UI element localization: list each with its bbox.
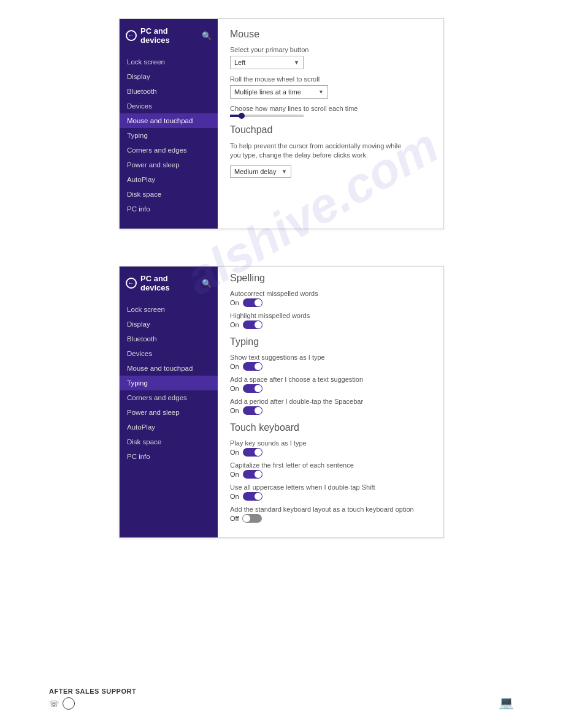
slider-track (230, 115, 304, 117)
suggestions-toggle-row: Show text suggestions as I type On (230, 354, 431, 371)
space-label: Add a space after I choose a text sugges… (230, 376, 431, 383)
autocorrect-switch[interactable] (243, 298, 262, 307)
screenshot-panel-2: ← PC and devices 🔍 Lock screen Display B… (119, 266, 444, 538)
primary-button-arrow: ▼ (294, 59, 299, 66)
sidebar-header-2: ← PC and devices 🔍 (120, 267, 218, 298)
touchpad-delay-value: Medium delay (234, 168, 276, 175)
page-container: alshive.com ← PC and devices 🔍 Lock scre… (0, 0, 563, 728)
back-button-2[interactable]: ← (126, 278, 137, 289)
sidebar-item-autoplay-2[interactable]: AutoPlay (120, 420, 218, 434)
play-sounds-switch[interactable] (243, 448, 262, 457)
standard-layout-knob (243, 515, 250, 522)
sidebar-item-lock-screen-2[interactable]: Lock screen (120, 302, 218, 317)
highlight-switch[interactable] (243, 320, 262, 329)
sidebar-item-pcinfo-2[interactable]: PC info (120, 449, 218, 464)
primary-button-select[interactable]: Left ▼ (230, 56, 304, 69)
sidebar-item-display-1[interactable]: Display (120, 69, 218, 84)
footer-title: AFTER SALES SUPPORT (49, 688, 136, 695)
search-icon-1[interactable]: 🔍 (202, 31, 212, 40)
scroll-select[interactable]: Multiple lines at a time ▼ (230, 85, 328, 99)
capitalize-state: On (230, 471, 239, 478)
play-sounds-knob (255, 449, 262, 456)
sidebar-item-power-1[interactable]: Power and sleep (120, 157, 218, 172)
highlight-state: On (230, 321, 239, 328)
period-state: On (230, 407, 239, 414)
sidebar-item-autoplay-1[interactable]: AutoPlay (120, 172, 218, 187)
uppercase-state: On (230, 493, 239, 500)
period-switch[interactable] (243, 406, 262, 415)
search-icon-2[interactable]: 🔍 (202, 279, 212, 288)
sidebar-item-lock-screen-1[interactable]: Lock screen (120, 55, 218, 69)
space-state-row: On (230, 384, 431, 393)
touch-keyboard-title: Touch keyboard (230, 422, 431, 433)
standard-layout-label: Add the standard keyboard layout as a to… (230, 506, 431, 513)
sidebar-title-1: PC and devices (140, 26, 198, 45)
scroll-label: Roll the mouse wheel to scroll (230, 75, 431, 83)
space-knob (255, 385, 262, 392)
sidebar-item-pcinfo-1[interactable]: PC info (120, 202, 218, 216)
sidebar-nav-1: Lock screen Display Bluetooth Devices Mo… (120, 55, 218, 216)
screenshot-panel-1: ← PC and devices 🔍 Lock screen Display B… (119, 18, 444, 229)
sidebar-item-display-2[interactable]: Display (120, 317, 218, 332)
play-sounds-state: On (230, 449, 239, 456)
uppercase-switch[interactable] (243, 492, 262, 501)
sidebar-header-1: ← PC and devices 🔍 (120, 19, 218, 51)
sidebar-item-bluetooth-1[interactable]: Bluetooth (120, 84, 218, 99)
sidebar-item-mouse-1[interactable]: Mouse and touchpad (120, 113, 218, 128)
lines-label: Choose how many lines to scroll each tim… (230, 105, 431, 112)
sidebar-item-bluetooth-2[interactable]: Bluetooth (120, 332, 218, 346)
highlight-knob (255, 321, 262, 328)
suggestions-switch[interactable] (243, 362, 262, 371)
touchpad-delay-select[interactable]: Medium delay ▼ (230, 165, 291, 178)
play-sounds-label: Play key sounds as I type (230, 439, 431, 447)
capitalize-switch[interactable] (243, 470, 262, 479)
standard-layout-state-row: Off (230, 514, 431, 523)
uppercase-label: Use all uppercase letters when I double-… (230, 483, 431, 491)
scroll-value: Multiple lines at a time (234, 88, 301, 96)
sidebar-nav-2: Lock screen Display Bluetooth Devices Mo… (120, 302, 218, 464)
sidebar-item-disk-2[interactable]: Disk space (120, 434, 218, 449)
screenshots-wrapper: ← PC and devices 🔍 Lock screen Display B… (0, 0, 563, 538)
space-switch[interactable] (243, 384, 262, 393)
sidebar-item-devices-1[interactable]: Devices (120, 99, 218, 113)
phone-icon: ☏ (49, 699, 59, 708)
sidebar-item-typing-2[interactable]: Typing (120, 376, 218, 390)
touchpad-desc: To help prevent the cursor from accident… (230, 142, 402, 161)
autocorrect-toggle-row: Autocorrect misspelled words On (230, 290, 431, 307)
scroll-slider[interactable] (230, 115, 431, 117)
back-button-1[interactable]: ← (126, 30, 137, 41)
sidebar-item-typing-1[interactable]: Typing (120, 128, 218, 143)
capitalize-state-row: On (230, 470, 431, 479)
sidebar-item-disk-1[interactable]: Disk space (120, 187, 218, 202)
uppercase-state-row: On (230, 492, 431, 501)
footer-phone-row: ☏ (49, 697, 136, 710)
sidebar-2: ← PC and devices 🔍 Lock screen Display B… (120, 267, 218, 537)
capitalize-knob (255, 471, 262, 478)
uppercase-knob (255, 493, 262, 500)
capitalize-label: Capitalize the first letter of each sent… (230, 461, 431, 469)
uppercase-toggle-row: Use all uppercase letters when I double-… (230, 483, 431, 501)
autocorrect-label: Autocorrect misspelled words (230, 290, 431, 297)
typing-title: Typing (230, 336, 431, 347)
sidebar-item-mouse-2[interactable]: Mouse and touchpad (120, 361, 218, 376)
sidebar-item-devices-2[interactable]: Devices (120, 346, 218, 361)
sidebar-item-corners-2[interactable]: Corners and edges (120, 390, 218, 405)
back-arrow-1: ← (128, 32, 134, 39)
period-label: Add a period after I double-tap the Spac… (230, 398, 431, 405)
sidebar-item-power-2[interactable]: Power and sleep (120, 405, 218, 420)
primary-button-value: Left (234, 59, 245, 66)
sidebar-item-corners-1[interactable]: Corners and edges (120, 143, 218, 157)
footer: AFTER SALES SUPPORT ☏ 💻 (49, 688, 514, 710)
suggestions-label: Show text suggestions as I type (230, 354, 431, 361)
autocorrect-state-row: On (230, 298, 431, 307)
standard-layout-switch[interactable] (242, 514, 262, 523)
standard-layout-state: Off (230, 515, 239, 522)
primary-button-label: Select your primary button (230, 46, 431, 53)
footer-left: AFTER SALES SUPPORT ☏ (49, 688, 136, 710)
slider-thumb (239, 113, 245, 119)
main-content-1: Mouse Select your primary button Left ▼ … (218, 19, 443, 229)
capitalize-toggle-row: Capitalize the first letter of each sent… (230, 461, 431, 479)
scroll-arrow: ▼ (318, 89, 324, 95)
autocorrect-knob (255, 299, 262, 306)
play-sounds-toggle-row: Play key sounds as I type On (230, 439, 431, 457)
